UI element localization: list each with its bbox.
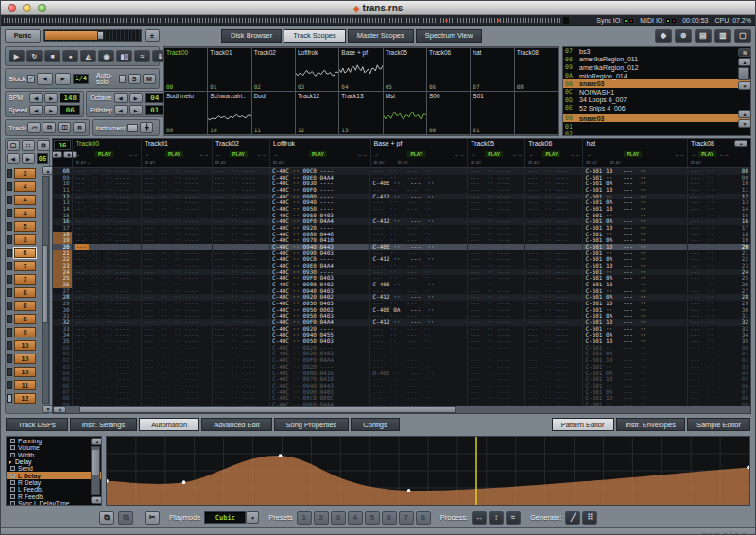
pattern-cell[interactable]: --- ·· ·· ---- [73, 319, 141, 326]
pattern-cell[interactable]: --- ·· ---- [213, 232, 269, 238]
instrument-row[interactable]: 0E52 Snips 4_006 [563, 104, 750, 112]
instrument-row[interactable]: 09amerikaRegion_012 [563, 63, 750, 72]
pattern-cell[interactable]: C-501 ·· --- ·· [583, 250, 687, 257]
pattern-cell[interactable]: --- ·· [688, 225, 731, 232]
record-icon[interactable]: ● [62, 50, 78, 62]
slot-mute-toggle[interactable] [7, 328, 12, 337]
pattern-cell[interactable]: --- ·· ---- [525, 232, 582, 238]
octave-down-button[interactable]: ◀ [114, 93, 128, 103]
slot-mute-toggle[interactable] [7, 222, 12, 231]
pattern-cell[interactable]: --- ·· [688, 232, 731, 238]
pattern-cell[interactable]: --- ·· ---- [468, 294, 524, 301]
pattern-cell[interactable]: --- ·· ---- [468, 199, 524, 206]
instrument-scroll-up-button[interactable]: ▲ [738, 58, 751, 66]
pattern-cell[interactable]: --- ·· [688, 237, 731, 244]
note-column-play-label[interactable]: PLAY [471, 161, 481, 165]
slot-mute-toggle[interactable] [7, 288, 12, 297]
pattern-cell[interactable]: --- ·· ·· ---- [142, 345, 212, 352]
pattern-cell[interactable]: --- ·· ---- [213, 225, 269, 232]
duplicate-pattern-icon[interactable]: ⧉ [37, 140, 50, 151]
column-arrows-icon[interactable]: ←→ [257, 151, 266, 157]
pattern-cell[interactable]: --- ·· ·· ---- [142, 301, 212, 307]
pattern-cell[interactable]: --- ·· --- ·· [370, 187, 467, 194]
instrument-row[interactable]: 0Bsnare03 [563, 79, 750, 88]
instrument-scroll-thumb[interactable] [738, 67, 749, 80]
pattern-cell[interactable]: --- ·· ---- [468, 237, 524, 244]
pattern-cell[interactable]: C-40E 0A --- ·· [370, 307, 467, 314]
tab-track-dsps[interactable]: Track DSPs [6, 418, 68, 431]
track-header[interactable]: Base + pf→PLAY←→PLAYPLAY [370, 139, 468, 167]
pattern-cell[interactable]: --- ·· ---- [213, 181, 269, 187]
sequence-slot[interactable]: 11 [7, 378, 41, 391]
track-header[interactable]: hat→PLAY←→PLAYPLAY [582, 139, 686, 167]
pattern-cell[interactable]: C-40C ·· 0950 ---- [270, 206, 370, 213]
track-header[interactable]: Track08→PLAY←→PLAY [687, 139, 731, 167]
pattern-cell[interactable]: --- ·· ---- [525, 237, 582, 244]
pattern-cell[interactable]: C-501 10 --- ·· [583, 301, 687, 307]
pattern-cell[interactable]: --- ·· ---- [525, 275, 582, 282]
pattern-cell[interactable]: --- ·· ---- [468, 181, 524, 187]
bpm-down-button[interactable]: ◀ [29, 93, 43, 103]
pattern-cell[interactable]: C-501 ·· --- ·· [583, 232, 687, 238]
pattern-cell[interactable]: --- ·· ·· ---- [142, 357, 212, 364]
note-column-play-label[interactable]: PLAY [691, 161, 701, 165]
layout-lower-icon[interactable]: ▥ [714, 29, 731, 43]
pattern-cell[interactable]: --- ·· [688, 213, 731, 219]
pattern-cell[interactable]: --- ·· ---- [213, 250, 269, 257]
pattern-cell[interactable]: --- ·· --- ·· [370, 206, 467, 213]
tab-instr--envelopes[interactable]: Instr. Envelopes [616, 418, 685, 431]
pattern-cell[interactable]: --- ·· ---- [213, 389, 269, 396]
pattern-cell[interactable]: --- ·· ·· ---- [142, 225, 212, 232]
automation-parameter-row[interactable]: R Feedb. [7, 492, 101, 499]
add-track-icon[interactable]: ▱ [27, 122, 41, 133]
group-expand-icon[interactable]: ▼ [8, 459, 12, 465]
pattern-cell[interactable]: C-40C ·· 0940 0455 [270, 332, 370, 338]
pattern-cell[interactable]: --- ·· --- ·· [370, 326, 467, 333]
pattern-cell[interactable]: --- [73, 244, 141, 250]
note-column-play-label[interactable]: PLAY [374, 161, 385, 165]
pattern-cell[interactable]: --- ·· ---- [468, 225, 524, 232]
parameter-checkbox[interactable] [10, 453, 15, 457]
pattern-cell[interactable]: C-412 ·· --- ·· [370, 294, 467, 301]
pattern-cell[interactable]: --- ·· ---- [525, 244, 582, 250]
pattern-scroll-up-button[interactable]: ▲ [734, 140, 747, 147]
pattern-cell[interactable]: --- ·· ---- [213, 307, 269, 314]
pattern-cell[interactable]: --- ·· ·· ---- [142, 232, 212, 238]
pattern-cell[interactable]: --- ·· ·· ---- [142, 181, 212, 187]
pattern-cell[interactable]: --- ·· ·· ---- [142, 332, 212, 338]
pattern-cell[interactable]: --- ·· ·· ---- [73, 383, 141, 389]
tab-disk-browser[interactable]: Disk Browser [221, 29, 282, 43]
slot-mute-toggle[interactable] [7, 182, 12, 191]
pattern-cell[interactable]: --- ·· [688, 351, 731, 357]
pattern-cell[interactable]: --- ·· ·· ---- [142, 206, 212, 213]
master-volume-reset-button[interactable]: ± [145, 29, 160, 42]
pattern-cell[interactable]: --- ·· ---- [468, 206, 524, 213]
solo-button[interactable]: S [128, 74, 141, 84]
pattern-cell[interactable]: --- ·· ---- [213, 301, 269, 307]
pattern-cell[interactable]: C-412 ·· --- ·· [370, 194, 467, 200]
pattern-cell[interactable]: --- ·· ·· ---- [142, 244, 212, 250]
pattern-cell[interactable]: --- ·· ---- [213, 371, 269, 377]
pattern-cell[interactable]: --- ·· --- ·· [370, 364, 467, 371]
instrument-row[interactable]: 0AmiloRegion_014 [563, 72, 750, 80]
pattern-cell[interactable]: C-40C ·· 09F0 0403 [270, 275, 370, 282]
pattern-cell[interactable]: --- ·· [688, 357, 731, 364]
pattern-cell[interactable]: --- ·· ---- [525, 345, 582, 352]
pattern-cell[interactable]: C-40C ·· 09F0 04A4 [270, 357, 370, 364]
pattern-cell[interactable]: C-412 ·· --- ·· [370, 319, 467, 326]
shift-vertical-icon[interactable]: ↕ [489, 511, 504, 525]
pattern-cell[interactable]: C-501 0A --- ·· [583, 313, 687, 319]
pattern-cell[interactable]: --- ·· ---- [468, 351, 524, 357]
slot-mute-toggle[interactable] [7, 381, 12, 389]
pattern-cell[interactable]: C-40C ·· 0920 ---- [270, 345, 370, 352]
pattern-cell[interactable]: --- ·· --- ·· [370, 269, 467, 276]
sequencer-scroll-thumb[interactable] [43, 245, 48, 324]
pattern-cell[interactable]: --- ·· ---- [213, 237, 269, 244]
song-position-strip[interactable]: Sync IO: MIDI IO: 00:00:53 CPU: 07.2% [1, 15, 755, 26]
pattern-cell[interactable]: --- ·· [688, 376, 731, 383]
pattern-cell[interactable]: --- ·· ---- [213, 256, 269, 263]
pattern-cell[interactable]: --- ·· ---- [213, 275, 269, 282]
pattern-cell[interactable]: C-40C ·· 0920 ---- [270, 326, 370, 333]
note-column-play-label[interactable]: PLAY [610, 161, 621, 165]
new-instrument-button[interactable]: N [738, 48, 751, 57]
